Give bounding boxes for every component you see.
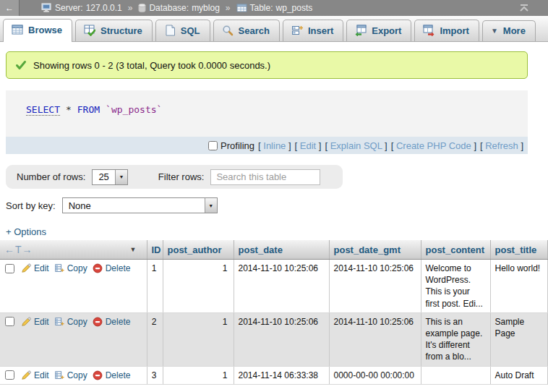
cell-post-content[interactable] xyxy=(421,366,490,384)
profiling-toggle[interactable]: Profiling xyxy=(208,140,254,151)
pencil-icon xyxy=(21,263,31,273)
copy-icon xyxy=(54,370,64,380)
table-row: Edit Copy xyxy=(0,260,547,313)
delete-row-link[interactable]: Delete xyxy=(93,263,131,274)
back-button[interactable]: ← xyxy=(0,0,20,16)
row-actions-cell: Edit Copy xyxy=(0,312,147,366)
cell-post-content[interactable]: Welcome to WordPress. This is your first… xyxy=(421,260,490,313)
edit-query-link[interactable]: Edit xyxy=(295,140,322,151)
tab-search[interactable]: Search xyxy=(213,20,280,41)
cell-id[interactable]: 3 xyxy=(147,366,163,384)
cell-post-author[interactable]: 1 xyxy=(163,366,234,384)
column-reorder-icon: ←T→ xyxy=(4,244,33,255)
database-label: Database: xyxy=(149,3,189,13)
table-row: Edit Copy xyxy=(0,312,547,366)
tab-structure-label: Structure xyxy=(100,25,142,36)
cell-post-date[interactable]: 2014-11-14 06:33:38 xyxy=(234,366,329,384)
sort-key-select[interactable]: None ▼ xyxy=(62,197,218,213)
sql-star: * xyxy=(66,104,72,115)
edit-row-link[interactable]: Edit xyxy=(21,263,49,274)
header-post-author[interactable]: post_author xyxy=(163,240,234,260)
filter-rows-input[interactable] xyxy=(210,169,320,185)
refresh-link[interactable]: Refresh xyxy=(480,140,523,151)
inline-link[interactable]: Inline xyxy=(258,140,291,151)
sort-key-value: None xyxy=(63,198,205,213)
header-post-title[interactable]: post_title xyxy=(490,240,547,260)
header-post-content[interactable]: post_content xyxy=(421,240,490,260)
tab-browse[interactable]: Browse xyxy=(3,19,72,42)
breadcrumb-table[interactable]: Table: wp_posts xyxy=(236,3,313,13)
cell-id[interactable]: 2 xyxy=(147,312,163,366)
breadcrumb-server[interactable]: Server: 127.0.0.1 xyxy=(41,3,122,13)
cell-post-date-gmt[interactable]: 0000-00-00 00:00:00 xyxy=(329,366,421,384)
tab-insert-label: Insert xyxy=(308,25,333,36)
tab-sql[interactable]: SQL xyxy=(155,20,210,41)
import-icon xyxy=(423,25,434,36)
profiling-checkbox[interactable] xyxy=(208,141,218,150)
rows-per-page-select[interactable]: 25 ▼ xyxy=(92,169,127,185)
cell-post-date-gmt[interactable]: 2014-11-10 10:25:06 xyxy=(329,260,421,313)
tab-import[interactable]: Import xyxy=(414,20,479,41)
explain-sql-link[interactable]: Explain SQL xyxy=(325,140,387,151)
tab-insert[interactable]: Insert xyxy=(283,20,343,41)
cell-post-title[interactable]: Sample Page xyxy=(490,312,547,366)
copy-row-link[interactable]: Copy xyxy=(54,370,87,381)
table-header-row: ←T→ ▼ ID post_author post_date post_date… xyxy=(0,240,547,260)
header-post-date-gmt[interactable]: post_date_gmt xyxy=(329,240,421,260)
row-actions-cell: Edit Copy xyxy=(0,366,147,384)
cell-id[interactable]: 1 xyxy=(147,260,163,313)
cell-post-author[interactable]: 1 xyxy=(163,312,234,366)
collapse-icon xyxy=(519,4,529,12)
row-controls-bar: Number of rows: 25 ▼ Filter rows: xyxy=(6,165,343,189)
cell-post-content[interactable]: This is an example page. It's different … xyxy=(421,312,490,366)
cell-post-author[interactable]: 1 xyxy=(163,260,234,313)
header-post-date[interactable]: post_date xyxy=(234,240,329,260)
breadcrumb: Server: 127.0.0.1 » Database: myblog » T… xyxy=(41,3,312,13)
header-id[interactable]: ID xyxy=(147,240,163,260)
table-row: Edit Copy xyxy=(0,366,547,384)
copy-row-link[interactable]: Copy xyxy=(54,316,87,328)
delete-label: Delete xyxy=(106,316,131,328)
chevron-down-icon: ▼ xyxy=(491,27,498,35)
copy-label: Copy xyxy=(67,370,87,381)
collapse-panel-button[interactable] xyxy=(519,4,529,12)
cell-post-date[interactable]: 2014-11-10 10:25:06 xyxy=(234,260,329,313)
structure-icon xyxy=(84,25,95,36)
edit-row-link[interactable]: Edit xyxy=(21,370,49,381)
create-php-code-link[interactable]: Create PHP Code xyxy=(391,140,476,151)
row-checkbox[interactable] xyxy=(5,264,14,273)
number-of-rows-label: Number of rows: xyxy=(17,171,85,182)
tab-export[interactable]: Export xyxy=(346,20,411,41)
options-toggle-link[interactable]: + Options xyxy=(6,226,46,237)
row-checkbox[interactable] xyxy=(5,370,14,380)
table-value[interactable]: wp_posts xyxy=(276,3,313,13)
export-icon xyxy=(355,25,367,36)
cell-post-date[interactable]: 2014-11-10 10:25:06 xyxy=(234,312,329,366)
header-actions: ←T→ ▼ xyxy=(0,240,147,260)
delete-row-link[interactable]: Delete xyxy=(93,316,131,328)
database-value[interactable]: myblog xyxy=(192,3,220,13)
server-value[interactable]: 127.0.0.1 xyxy=(86,3,122,13)
cell-post-title[interactable]: Hello world! xyxy=(490,260,547,313)
breadcrumb-database[interactable]: Database: myblog xyxy=(138,3,219,13)
copy-row-link[interactable]: Copy xyxy=(54,263,87,274)
tab-import-label: Import xyxy=(440,25,468,36)
tab-structure[interactable]: Structure xyxy=(75,20,153,41)
delete-row-link[interactable]: Delete xyxy=(93,370,131,381)
edit-row-link[interactable]: Edit xyxy=(21,316,49,328)
insert-icon xyxy=(291,25,303,36)
cell-post-title[interactable]: Auto Draft xyxy=(490,366,547,384)
copy-icon xyxy=(54,263,64,273)
sort-caret-icon[interactable]: ▼ xyxy=(130,246,137,253)
edit-label: Edit xyxy=(34,370,49,381)
sql-query-display: SELECT*FROM`wp_posts` xyxy=(6,90,528,137)
success-check-icon xyxy=(15,59,27,71)
profiling-label: Profiling xyxy=(221,140,254,151)
tab-search-label: Search xyxy=(239,25,270,36)
row-checkbox[interactable] xyxy=(5,317,14,326)
tab-bar: Browse Structure SQL Search I xyxy=(0,16,548,42)
query-toolbar: Profiling Inline Edit Explain SQL Create… xyxy=(6,137,528,154)
tab-more[interactable]: ▼ More xyxy=(482,20,536,41)
cell-post-date-gmt[interactable]: 2014-11-10 10:25:06 xyxy=(329,312,421,366)
breadcrumb-separator: » xyxy=(226,3,231,13)
